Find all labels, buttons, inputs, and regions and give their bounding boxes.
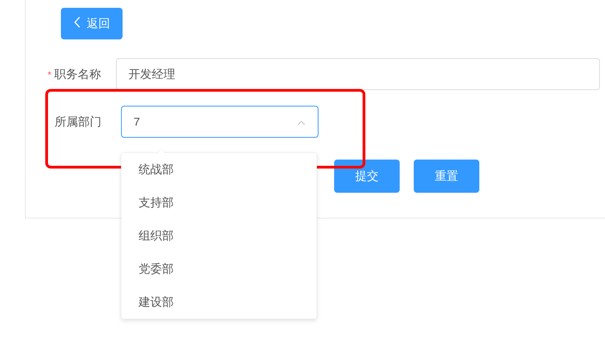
chevron-left-icon xyxy=(73,16,80,31)
dropdown-item[interactable]: 组织部 xyxy=(121,219,317,252)
job-title-label-wrap: *职务名称 xyxy=(48,66,116,82)
reset-button[interactable]: 重置 xyxy=(414,160,479,193)
department-label: 所属部门 xyxy=(55,114,121,130)
job-title-label: 职务名称 xyxy=(54,67,101,80)
chevron-up-icon xyxy=(297,117,306,126)
submit-button[interactable]: 提交 xyxy=(334,160,400,193)
back-button-label: 返回 xyxy=(87,16,110,32)
action-buttons: 提交 重置 xyxy=(334,160,605,193)
dropdown-item[interactable]: 建设部 xyxy=(121,286,317,319)
department-dropdown: 统战部 支持部 组织部 党委部 建设部 xyxy=(121,153,317,319)
department-row: 所属部门 7 统战部 支持部 组织部 党委部 建设部 xyxy=(26,106,605,138)
dropdown-item[interactable]: 支持部 xyxy=(121,186,317,219)
department-select[interactable]: 7 xyxy=(121,106,319,138)
dropdown-item[interactable]: 统战部 xyxy=(121,153,317,186)
dropdown-item[interactable]: 党委部 xyxy=(121,252,317,286)
job-title-row: *职务名称 xyxy=(26,58,605,90)
back-button[interactable]: 返回 xyxy=(61,8,123,39)
department-select-value: 7 xyxy=(133,115,140,128)
job-title-input[interactable] xyxy=(116,58,600,90)
required-asterisk: * xyxy=(48,69,51,80)
form-panel: 返回 *职务名称 所属部门 7 统战部 支持部 组织部 党委部 建设 xyxy=(25,0,605,218)
department-select-wrap: 7 统战部 支持部 组织部 党委部 建设部 xyxy=(121,106,319,138)
